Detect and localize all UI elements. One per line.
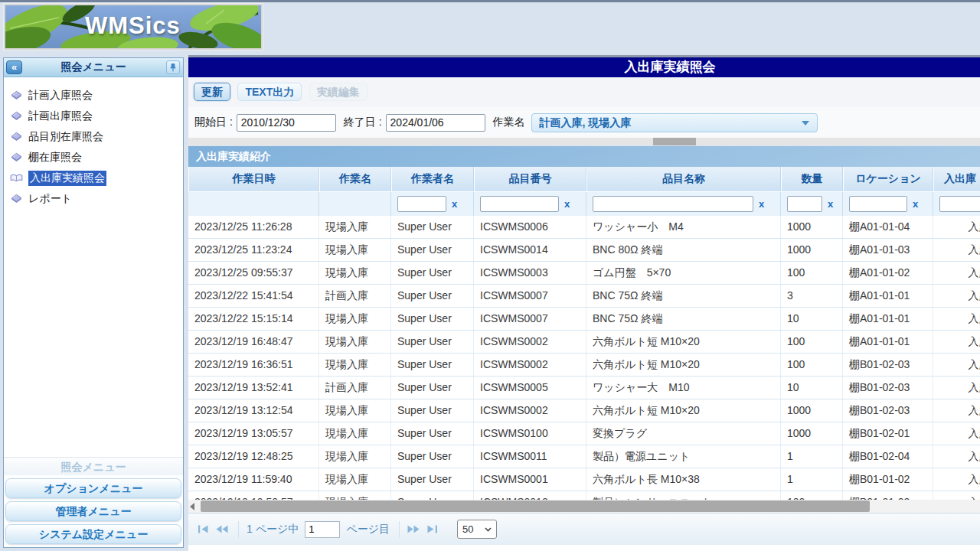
filter-cell: x	[781, 192, 843, 216]
start-date-input[interactable]	[237, 114, 336, 132]
table-cell: 計画入庫	[319, 377, 391, 399]
table-cell: 現場入庫	[319, 422, 391, 445]
table-cell: 1000	[781, 422, 843, 445]
column-filter-input[interactable]	[939, 196, 980, 212]
table-cell: ICSWMS0003	[474, 262, 586, 284]
sidebar-item[interactable]: 入出庫実績照会	[4, 168, 183, 188]
pin-icon	[169, 63, 177, 72]
sidebar-item[interactable]: 品目別在庫照会	[4, 126, 183, 147]
table-cell: ICSWMS0007	[474, 308, 586, 330]
chevron-down-icon	[485, 527, 492, 532]
sidebar-item-label: 計画入庫照会	[28, 89, 93, 103]
table-cell: ワッシャー小 M4	[586, 216, 781, 238]
column-filter-input[interactable]	[593, 196, 753, 212]
sidebar-item[interactable]: 計画出庫照会	[4, 106, 183, 126]
table-row[interactable]: 2023/12/19 16:48:47現場入庫Super UserICSWMS0…	[188, 331, 980, 354]
table-row[interactable]: 2023/12/19 12:48:25現場入庫Super UserICSWMS0…	[188, 445, 980, 468]
filter-cell: x	[843, 192, 933, 216]
table-row[interactable]: 2023/12/19 13:05:57現場入庫Super UserICSWMS0…	[188, 422, 980, 445]
table-cell: 現場入庫	[319, 354, 391, 376]
table-cell: 2023/12/19 13:12:54	[188, 399, 319, 422]
column-header[interactable]: 数量	[781, 167, 843, 191]
table-cell: ICSWMS0002	[474, 331, 586, 353]
table-cell: Super User	[391, 239, 474, 261]
column-filter-input[interactable]	[397, 196, 446, 212]
table-row[interactable]: 2023/12/25 09:55:37現場入庫Super UserICSWMS0…	[188, 262, 980, 285]
pin-button[interactable]	[166, 60, 180, 74]
end-date-input[interactable]	[386, 114, 485, 132]
table-cell: 棚B01-02-03	[843, 377, 933, 399]
page-title: 入出庫実績照会	[188, 57, 980, 77]
column-filter-input[interactable]	[849, 196, 907, 212]
sidebar-menu-button[interactable]: 管理者メニュー	[5, 501, 181, 521]
last-page-button[interactable]	[426, 525, 438, 533]
table-row[interactable]: 2023/12/25 11:26:28現場入庫Super UserICSWMS0…	[188, 216, 980, 239]
table-row[interactable]: 2023/12/19 13:52:41計画入庫Super UserICSWMS0…	[188, 377, 980, 399]
table-row[interactable]: 2023/12/19 13:12:54現場入庫Super UserICSWMS0…	[188, 399, 980, 422]
page-size-select[interactable]: 50	[457, 520, 497, 539]
sidebar-header: « 照会メニュー	[4, 58, 183, 77]
clear-filter-button[interactable]: x	[452, 198, 457, 210]
sidebar-menu-button[interactable]: システム設定メニュー	[5, 524, 181, 544]
scroll-left-arrow-icon[interactable]	[190, 503, 194, 510]
table-cell: 六角ボルト短 M10×20	[586, 331, 781, 353]
first-page-button[interactable]	[198, 525, 209, 533]
table-row[interactable]: 2023/12/22 15:15:14現場入庫Super UserICSWMS0…	[188, 308, 980, 331]
sidebar-menu-button[interactable]: オプションメニュー	[5, 478, 181, 498]
table-cell: 棚A01-01-01	[843, 308, 933, 330]
sidebar-group-title[interactable]: 照会メニュー	[4, 457, 183, 475]
scrollbar-thumb[interactable]	[653, 138, 696, 145]
page-number-input[interactable]	[305, 521, 340, 538]
table-cell: 2023/12/19 16:36:51	[188, 354, 319, 376]
column-header[interactable]: 品目番号	[474, 167, 586, 191]
table-cell: 1000	[781, 216, 843, 238]
book-icon	[10, 131, 23, 142]
column-header[interactable]: 入出庫	[933, 167, 980, 191]
filter-cell: x	[474, 192, 586, 216]
edit-results-button: 実績編集	[309, 83, 368, 101]
clear-filter-button[interactable]: x	[759, 198, 764, 210]
clear-filter-button[interactable]: x	[564, 198, 570, 210]
sidebar-collapse-button[interactable]: «	[6, 60, 22, 74]
sidebar-item[interactable]: 計画入庫照会	[4, 85, 183, 106]
horizontal-scrollbar-bottom[interactable]	[188, 500, 980, 513]
table-cell: 棚A01-01-01	[843, 331, 933, 353]
scrollbar-thumb[interactable]	[201, 500, 870, 512]
table-cell: 棚A01-01-03	[843, 239, 933, 261]
next-page-button[interactable]	[407, 525, 420, 533]
table-cell: 2023/12/25 09:55:37	[188, 262, 319, 284]
column-header[interactable]: 作業日時	[188, 167, 319, 191]
clear-filter-button[interactable]: x	[828, 198, 833, 210]
table-cell: ゴム円盤 5×70	[586, 262, 781, 284]
column-filter-input[interactable]	[480, 196, 559, 212]
table-row[interactable]: 2023/12/22 15:41:54計画入庫Super UserICSWMS0…	[188, 285, 980, 308]
table-cell: ICSWMS0100	[474, 422, 586, 445]
app-banner: WMSics	[4, 4, 263, 50]
column-header[interactable]: 作業者名	[391, 167, 474, 191]
table-row[interactable]: 2023/12/25 11:23:24現場入庫Super UserICSWMS0…	[188, 239, 980, 262]
table-cell: 計画入庫	[319, 285, 391, 307]
work-name-dropdown[interactable]: 計画入庫, 現場入庫	[531, 113, 818, 132]
column-header[interactable]: ロケーション	[843, 167, 933, 191]
table-cell: 六角ボルト短 M10×20	[586, 354, 781, 376]
results-grid: 作業日時作業名作業者名品目番号品目名称数量ロケーション入出庫 xxxxxx 20…	[188, 167, 980, 551]
table-cell: 2023/12/19 12:48:25	[188, 445, 319, 468]
sidebar-item[interactable]: レポート	[4, 188, 183, 209]
table-row[interactable]: 2023/12/19 16:36:51現場入庫Super UserICSWMS0…	[188, 354, 980, 377]
table-cell: 入庫	[933, 445, 980, 468]
column-header[interactable]: 品目名称	[586, 167, 781, 191]
horizontal-scrollbar-top[interactable]	[188, 138, 980, 145]
sidebar-item[interactable]: 棚在庫照会	[4, 147, 183, 168]
column-header[interactable]: 作業名	[319, 167, 391, 191]
main-panel: 入出庫実績照会 更新 TEXT出力 実績編集 開始日 : 終了日 : 作業名 計…	[188, 55, 980, 551]
table-cell: ICSWMS0006	[474, 216, 586, 238]
column-filter-input[interactable]	[787, 196, 822, 212]
prev-page-button[interactable]	[216, 525, 228, 533]
refresh-button[interactable]: 更新	[194, 83, 230, 101]
table-cell: 現場入庫	[319, 468, 391, 491]
book-icon	[10, 110, 23, 122]
clear-filter-button[interactable]: x	[913, 198, 918, 210]
sidebar-item-label: レポート	[28, 192, 72, 206]
text-export-button[interactable]: TEXT出力	[237, 83, 302, 101]
table-row[interactable]: 2023/12/19 11:59:40現場入庫Super UserICSWMS0…	[188, 468, 980, 491]
